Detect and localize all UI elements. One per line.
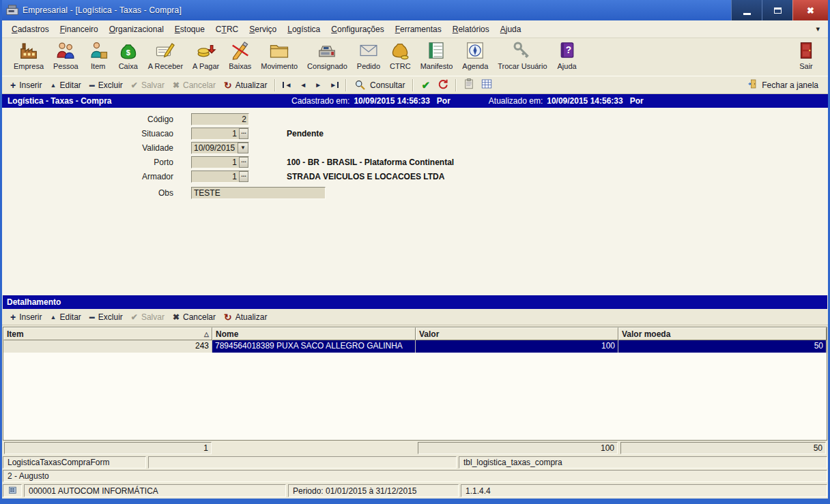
toolbar-consignado-button[interactable]: Consignado <box>302 40 352 71</box>
situacao-lookup-button[interactable]: ... <box>239 128 248 139</box>
nav-last-button[interactable]: ► <box>326 80 342 90</box>
obs-field-wrap <box>191 187 326 199</box>
obs-field[interactable] <box>192 188 325 198</box>
toolbar-trocar-usuario-button[interactable]: Trocar Usuário <box>493 40 552 71</box>
envelope-icon <box>358 40 379 62</box>
table-row[interactable]: 243 7894564018389 PUXA SACO ALLEGRO GALI… <box>3 340 827 353</box>
green-check-icon: ✔ <box>421 79 430 91</box>
detail-salvar-button[interactable]: ✔Salvar <box>127 311 169 323</box>
detail-excluir-button[interactable]: ▬Excluir <box>85 311 127 323</box>
detail-inserir-button[interactable]: +Inserir <box>6 311 46 323</box>
minimize-button[interactable] <box>731 0 762 20</box>
nav-next-button[interactable]: ► <box>311 80 325 90</box>
situacao-field[interactable] <box>192 128 239 139</box>
separator <box>455 79 457 91</box>
toolbar-areceber-button[interactable]: A Receber <box>143 40 188 71</box>
toolbar-sair-button[interactable]: Sair <box>791 40 821 71</box>
clear-query-button[interactable] <box>434 76 452 93</box>
toolbar-apagar-label: A Pagar <box>192 62 219 70</box>
toolbar-caixa-button[interactable]: $ Caixa <box>113 40 143 71</box>
cancelar-button[interactable]: ✖Cancelar <box>169 79 220 91</box>
menu-ferramentas[interactable]: Ferramentas <box>390 22 447 37</box>
check-icon: ✔ <box>131 312 138 322</box>
separator <box>412 79 414 91</box>
column-header-valor-moeda[interactable]: Valor moeda <box>618 327 827 340</box>
atualizar-button[interactable]: ↻Atualizar <box>220 79 271 91</box>
toolbar-apagar-button[interactable]: A Pagar <box>188 40 224 71</box>
menu-cadastros[interactable]: Cadastros <box>6 22 55 37</box>
toolbar-movimento-button[interactable]: Movimento <box>256 40 302 71</box>
confirm-button[interactable]: ✔ <box>417 78 434 93</box>
building-icon <box>18 40 39 62</box>
excluir-button[interactable]: ▬Excluir <box>85 79 127 91</box>
menu-organizacional[interactable]: Organizacional <box>104 22 169 37</box>
detail-atualizar-button[interactable]: ↻Atualizar <box>220 311 271 323</box>
toolbar-ajuda-label: Ajuda <box>558 62 577 70</box>
salvar-button[interactable]: ✔Salvar <box>127 79 169 91</box>
cheque-pen-icon <box>155 40 175 62</box>
status-company: 000001 AUTOCOM INFORMÁTICA <box>24 484 286 497</box>
maximize-button[interactable] <box>762 0 792 20</box>
menu-estoque[interactable]: Estoque <box>169 22 210 37</box>
column-header-nome[interactable]: Nome <box>212 327 416 340</box>
situacao-label: Situacao <box>2 129 191 138</box>
window-controls: ✖ <box>731 0 828 20</box>
detail-cancelar-button[interactable]: ✖Cancelar <box>169 311 220 323</box>
column-header-item[interactable]: Item △ <box>3 327 212 340</box>
status-version: 1.1.4.4 <box>461 484 827 497</box>
toolbar-movimento-label: Movimento <box>261 62 298 70</box>
toolbar-item-label: Item <box>91 62 105 70</box>
menu-servico[interactable]: Serviço <box>244 22 282 37</box>
menu-logistica[interactable]: Logística <box>282 22 326 37</box>
nav-prev-button[interactable]: ◄ <box>296 80 310 90</box>
status-period: Periodo: 01/01/2015 à 31/12/2015 <box>288 484 459 497</box>
validade-field[interactable] <box>192 143 238 153</box>
grid-header: Item △ Nome Valor Valor moeda <box>3 327 827 340</box>
toolbar-pessoa-button[interactable]: Pessoa <box>48 40 83 71</box>
menu-configuracoes[interactable]: Configurações <box>326 22 389 37</box>
detail-section: Detalhamento +Inserir ▲Editar ▬Excluir ✔… <box>2 295 828 456</box>
detail-editar-button[interactable]: ▲Editar <box>46 311 85 323</box>
porto-field[interactable] <box>192 157 239 168</box>
toolbar-baixas-button[interactable]: Baixas <box>224 40 256 71</box>
editar-button[interactable]: ▲Editar <box>46 79 85 91</box>
gold-bag-icon <box>390 40 410 62</box>
toolbar-pedido-button[interactable]: Pedido <box>352 40 385 71</box>
codigo-field[interactable] <box>192 114 248 125</box>
consultar-button[interactable]: Consultar <box>350 78 409 93</box>
main-toolbar: Empresa Pessoa Item $ Caixa A Receber A … <box>2 38 828 76</box>
status-form-name: LogisticaTaxasCompraForm <box>3 456 146 469</box>
toolbar-agenda-label: Agenda <box>462 62 488 70</box>
fechar-janela-button[interactable]: Fechar a janela <box>742 77 824 93</box>
grid-footer: 1 100 50 <box>3 441 827 456</box>
validade-dropdown-button[interactable]: ▼ <box>238 143 248 153</box>
toolbar-ajuda-button[interactable]: ? Ajuda <box>552 40 582 71</box>
menu-financeiro[interactable]: Financeiro <box>55 22 104 37</box>
toolbar-empresa-button[interactable]: Empresa <box>9 40 48 71</box>
copy-button[interactable] <box>460 76 478 93</box>
toolbar-ctrc-button[interactable]: CTRC <box>385 40 416 71</box>
chevron-down-icon: ▼ <box>240 145 246 151</box>
grid-view-button[interactable] <box>478 76 496 93</box>
armador-field[interactable] <box>192 171 239 182</box>
menu-relatorios[interactable]: Relatórios <box>447 22 495 37</box>
toolbar-manifesto-button[interactable]: Manifesto <box>416 40 458 71</box>
app-icon <box>5 3 20 17</box>
editar-label: Editar <box>59 80 81 90</box>
chevron-down-icon[interactable]: ▾ <box>812 23 824 35</box>
porto-lookup-button[interactable]: ... <box>239 157 248 168</box>
nav-first-button[interactable]: ◄ <box>279 80 295 90</box>
toolbar-agenda-button[interactable]: Agenda <box>457 40 493 71</box>
close-button[interactable]: ✖ <box>792 0 828 20</box>
toolbar-item-button[interactable]: Item <box>83 40 113 71</box>
status-row-form: LogisticaTaxasCompraForm tbl_logistica_t… <box>2 456 828 469</box>
minus-icon: ▬ <box>89 82 95 88</box>
inserir-button[interactable]: +Inserir <box>6 79 46 91</box>
atualizar-label: Atualizar <box>235 80 268 90</box>
codigo-label: Código <box>2 115 191 124</box>
menu-ajuda[interactable]: Ajuda <box>495 22 527 37</box>
menu-ctrc[interactable]: CTRC <box>210 22 244 37</box>
column-header-valor[interactable]: Valor <box>416 327 618 340</box>
salvar-label: Salvar <box>141 80 164 90</box>
armador-lookup-button[interactable]: ... <box>239 171 248 182</box>
